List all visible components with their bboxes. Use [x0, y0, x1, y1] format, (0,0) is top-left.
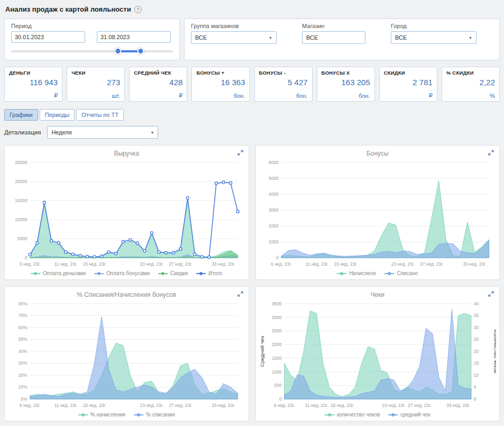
- legend-item[interactable]: Начислено: [337, 270, 376, 276]
- detail-select[interactable]: Неделя ▼: [47, 126, 158, 139]
- revenue-chart-canvas: 05000100001500020000250006 нед. 23г.11 н…: [8, 158, 245, 269]
- legend-item[interactable]: Скидки: [158, 270, 188, 276]
- svg-text:6000: 6000: [268, 160, 278, 165]
- bonus-pct-chart-canvas: 0%10%20%30%40%50%60%70%80%6 нед. 23г.11 …: [8, 300, 245, 411]
- tab-charts[interactable]: Графики: [4, 109, 38, 121]
- kpi-card-discounts: СКИДКИ 2 781 ₽: [379, 67, 437, 102]
- svg-text:33 нед. 23г.: 33 нед. 23г.: [212, 261, 235, 267]
- tab-bar: Графики Периоды Отчеты по ТТ: [4, 109, 500, 121]
- svg-text:20: 20: [473, 349, 479, 354]
- svg-text:15 нед. 23г.: 15 нед. 23г.: [83, 261, 106, 267]
- store-group-value: ВСЕ: [195, 34, 207, 41]
- kpi-card-receipts: ЧЕКИ 273 шт.: [67, 67, 125, 102]
- legend-item[interactable]: средний чек: [388, 412, 430, 418]
- tab-reports-tt[interactable]: Отчеты по ТТ: [76, 109, 124, 121]
- svg-text:25000: 25000: [15, 160, 28, 165]
- svg-text:50%: 50%: [19, 337, 28, 342]
- kpi-value: 163 205: [322, 78, 370, 93]
- legend-item[interactable]: Оплата бонусами: [94, 270, 150, 276]
- period-range-slider[interactable]: [11, 47, 173, 55]
- city-filter: Город ВСЕ ▼: [391, 23, 476, 55]
- chart-legend: % начисления% списания: [8, 411, 245, 420]
- bonuses-chart-canvas: 01000200030004000500060006 нед. 23г.11 н…: [259, 158, 497, 269]
- period-filter: Период: [4, 19, 180, 60]
- kpi-value: 273: [71, 78, 120, 93]
- svg-text:35: 35: [473, 313, 479, 318]
- legend-item[interactable]: Оплата деньгами: [31, 270, 86, 276]
- legend-item[interactable]: Итого: [196, 270, 222, 276]
- legend-item[interactable]: % списания: [134, 412, 175, 418]
- charts-grid: Выручка 05000100001500020000250006 нед. …: [4, 145, 500, 421]
- tab-periods[interactable]: Периоды: [40, 109, 75, 121]
- kpi-label: БОНУСЫ X: [322, 70, 370, 76]
- svg-text:23 нед. 23г.: 23 нед. 23г.: [391, 261, 414, 267]
- svg-text:33 нед. 23г.: 33 нед. 23г.: [212, 403, 235, 408]
- store-input[interactable]: [302, 31, 365, 44]
- svg-text:27 нед. 23г.: 27 нед. 23г.: [408, 403, 431, 408]
- expand-icon[interactable]: [488, 149, 494, 158]
- svg-text:3000: 3000: [271, 315, 281, 320]
- slider-handle-left[interactable]: [114, 48, 121, 55]
- city-select[interactable]: ВСЕ ▼: [391, 31, 476, 44]
- legend-marker-icon: [31, 271, 40, 276]
- city-label: Город: [391, 23, 476, 29]
- kpi-card-avg-receipt: СРЕДНИЙ ЧЕК 428 ₽: [129, 67, 187, 102]
- svg-text:27 нед. 23г.: 27 нед. 23г.: [169, 403, 192, 408]
- chevron-down-icon: ▼: [269, 36, 272, 40]
- legend-item[interactable]: Списано: [384, 270, 418, 276]
- chevron-down-icon: ▼: [469, 36, 472, 40]
- legend-marker-icon: [388, 413, 398, 417]
- expand-icon[interactable]: [488, 291, 494, 299]
- svg-text:0: 0: [276, 255, 279, 260]
- date-to-input[interactable]: [97, 31, 171, 43]
- chart-title: % Списания/Начисления бонусов: [8, 291, 245, 298]
- filter-bar: Период Группа магазинов ВСЕ ▼ Ма: [4, 19, 500, 60]
- slider-handle-right[interactable]: [137, 48, 144, 55]
- expand-icon[interactable]: [237, 149, 244, 158]
- expand-icon[interactable]: [237, 291, 244, 299]
- detail-label: Детализация: [4, 129, 41, 135]
- svg-text:1000: 1000: [268, 239, 278, 244]
- svg-text:40%: 40%: [19, 349, 28, 354]
- svg-text:15000: 15000: [15, 198, 28, 203]
- legend-item[interactable]: % начисления: [78, 412, 125, 418]
- svg-text:11 нед. 23г.: 11 нед. 23г.: [54, 261, 78, 267]
- svg-text:6 нед. 23г.: 6 нед. 23г.: [20, 403, 41, 408]
- legend-marker-icon: [337, 271, 346, 276]
- kpi-card-money: ДЕНЬГИ 116 943 ₽: [4, 67, 62, 102]
- help-icon[interactable]: ?: [134, 6, 142, 13]
- svg-text:10%: 10%: [19, 384, 28, 389]
- store-filter: Магазин: [302, 23, 365, 55]
- kpi-value: 2 781: [384, 78, 433, 92]
- svg-text:3500: 3500: [271, 301, 281, 306]
- slider-track: [11, 50, 173, 52]
- legend-item[interactable]: количество чеков: [325, 412, 380, 418]
- kpi-label: % СКИДКИ: [446, 70, 495, 76]
- svg-text:4000: 4000: [268, 192, 278, 197]
- svg-text:10000: 10000: [15, 217, 28, 222]
- svg-text:25: 25: [473, 337, 479, 342]
- bonuses-chart-panel: Бонусы 01000200030004000500060006 нед. 2…: [255, 145, 500, 280]
- store-group-select[interactable]: ВСЕ ▼: [191, 31, 277, 44]
- kpi-card-bonus-x: БОНУСЫ X 163 205 бон.: [317, 67, 375, 102]
- svg-text:80%: 80%: [19, 301, 28, 306]
- svg-text:15: 15: [473, 360, 479, 366]
- svg-text:6 нед. 23г.: 6 нед. 23г.: [273, 403, 295, 408]
- svg-text:33 нед. 23г.: 33 нед. 23г.: [463, 261, 486, 267]
- kpi-label: ЧЕКИ: [71, 70, 120, 76]
- kpi-value: 5 427: [259, 78, 308, 93]
- kpi-unit: %: [446, 93, 495, 99]
- kpi-label: СКИДКИ: [384, 70, 433, 76]
- kpi-label: СРЕДНИЙ ЧЕК: [134, 70, 182, 76]
- svg-text:15 нед. 23г.: 15 нед. 23г.: [334, 261, 357, 267]
- svg-text:23 нед. 23г.: 23 нед. 23г.: [140, 403, 163, 408]
- kpi-unit: ₽: [384, 92, 433, 99]
- date-from-input[interactable]: [11, 31, 85, 43]
- svg-text:3000: 3000: [268, 207, 278, 213]
- receipts-chart-canvas: 0500100015002000250030003500051015202530…: [259, 300, 497, 411]
- kpi-unit: бон.: [259, 93, 308, 99]
- svg-text:15 нед. 23г.: 15 нед. 23г.: [331, 403, 354, 408]
- svg-text:0: 0: [25, 255, 28, 260]
- svg-text:5: 5: [473, 384, 476, 389]
- svg-text:Средний чек: Средний чек: [259, 336, 265, 367]
